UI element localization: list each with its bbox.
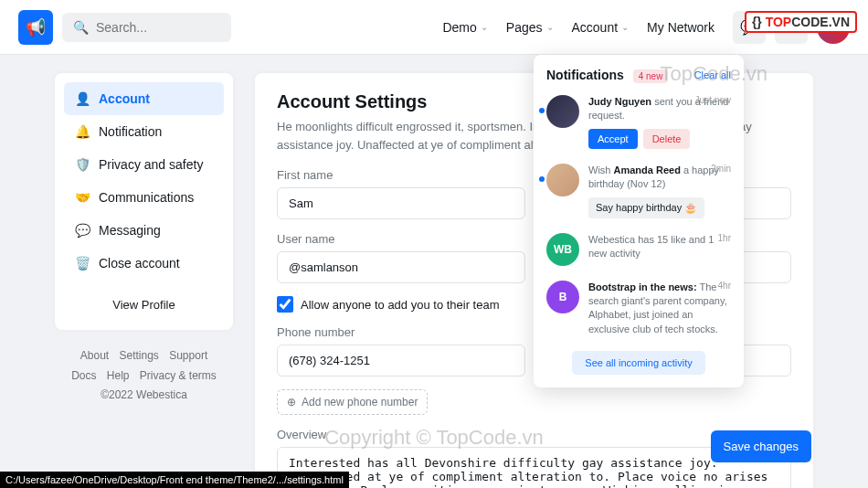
allow-team-checkbox[interactable] xyxy=(277,296,293,313)
sidebar-item-communications[interactable]: 🤝Communications xyxy=(64,181,224,214)
notifications-panel: Notifications 4 new Clear all Judy Nguye… xyxy=(534,55,744,387)
notif-clear[interactable]: Clear all xyxy=(694,69,731,80)
footer-help[interactable]: Help xyxy=(107,369,130,382)
chat-icon: 💬 xyxy=(75,223,90,238)
add-phone-button[interactable]: ⊕Add new phone number xyxy=(277,389,428,415)
sidebar-item-privacy[interactable]: 🛡️Privacy and safety xyxy=(64,148,224,181)
phone-label: Phone number xyxy=(277,325,525,339)
notif-new-badge: 4 new xyxy=(633,69,669,83)
notif-time: 2min xyxy=(711,164,731,174)
notif-time: 4hr xyxy=(718,281,731,291)
footer-about[interactable]: About xyxy=(80,349,109,362)
plus-icon: ⊕ xyxy=(287,396,296,408)
footer-docs[interactable]: Docs xyxy=(71,369,96,382)
notif-item[interactable]: WB Webestica has 15 like and 1 new activ… xyxy=(546,233,731,266)
footer-links: About Settings Support Docs Help Privacy… xyxy=(55,346,233,406)
sidebar-item-close[interactable]: 🗑️Close account xyxy=(64,247,224,280)
search-icon: 🔍 xyxy=(73,20,89,35)
shield-icon: 🛡️ xyxy=(75,157,90,172)
sidebar-item-notification[interactable]: 🔔Notification xyxy=(64,115,224,148)
notif-time: 1hr xyxy=(718,233,731,243)
delete-button[interactable]: Delete xyxy=(643,129,691,149)
footer-copyright: ©2022 Webestica xyxy=(101,388,187,401)
footer-privacy[interactable]: Privacy & terms xyxy=(140,369,217,382)
bell-icon: 🔔 xyxy=(75,124,90,139)
notif-item[interactable]: B Bootstrap in the news: The search gian… xyxy=(546,281,731,337)
notif-item[interactable]: Wish Amanda Reed a happy birthday (Nov 1… xyxy=(546,164,731,218)
search-wrap[interactable]: 🔍 xyxy=(62,13,231,42)
notif-title: Notifications xyxy=(546,68,624,82)
avatar: WB xyxy=(546,233,579,266)
nav-account[interactable]: Account⌄ xyxy=(572,20,630,35)
sidebar-item-messaging[interactable]: 💬Messaging xyxy=(64,214,224,247)
footer-settings[interactable]: Settings xyxy=(119,349,158,362)
unread-dot xyxy=(539,108,545,113)
footer-support[interactable]: Support xyxy=(169,349,207,362)
person-icon: 👤 xyxy=(75,91,90,106)
username-label: User name xyxy=(277,232,525,246)
notif-time: Just now xyxy=(695,95,731,105)
topcode-logo: {} TOPCODE.VN xyxy=(745,11,857,33)
save-button[interactable]: Save changes xyxy=(711,430,811,462)
first-name-label: First name xyxy=(277,168,525,182)
avatar: B xyxy=(546,281,579,313)
nav-network[interactable]: My Network xyxy=(647,20,715,35)
first-name-input[interactable] xyxy=(277,187,525,219)
avatar xyxy=(546,164,579,196)
accept-button[interactable]: Accept xyxy=(588,129,638,149)
phone-input[interactable] xyxy=(277,345,525,377)
chevron-down-icon: ⌄ xyxy=(481,22,488,32)
path-bar: C:/Users/fazee/OneDrive/Desktop/Front en… xyxy=(0,472,349,488)
search-input[interactable] xyxy=(96,20,220,35)
view-profile[interactable]: View Profile xyxy=(64,289,224,321)
logo[interactable]: 📢 xyxy=(18,10,53,45)
see-all-link[interactable]: See all incoming activity xyxy=(572,351,704,375)
happy-birthday-button[interactable]: Say happy birthday 🎂 xyxy=(588,197,704,218)
nav-demo[interactable]: Demo⌄ xyxy=(442,20,487,35)
notif-item[interactable]: Judy Nguyen sent you a friend request. A… xyxy=(546,95,731,149)
avatar xyxy=(546,95,579,128)
chevron-down-icon: ⌄ xyxy=(546,22,554,32)
chevron-down-icon: ⌄ xyxy=(621,22,629,32)
sidebar-item-account[interactable]: 👤Account xyxy=(64,82,224,115)
nav-pages[interactable]: Pages⌄ xyxy=(506,20,554,35)
username-input[interactable] xyxy=(277,251,525,283)
trash-icon: 🗑️ xyxy=(75,256,90,271)
allow-team-label: Allow anyone to add you to their team xyxy=(301,298,500,312)
unread-dot xyxy=(539,176,545,182)
handshake-icon: 🤝 xyxy=(75,190,90,205)
